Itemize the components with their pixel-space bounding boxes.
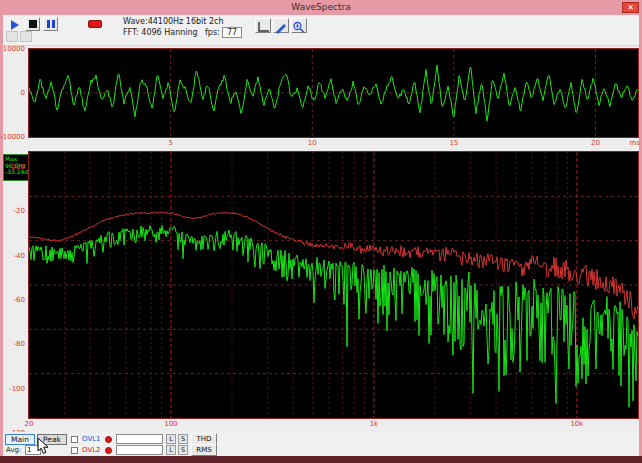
ovl2-checkbox[interactable] (71, 447, 78, 454)
wave-y-tick-label: 0 (21, 89, 25, 97)
ovl2-input[interactable] (116, 445, 163, 455)
window-title: WaveSpectra (0, 2, 642, 12)
ovl1-label: OVL1 (82, 434, 101, 444)
app-client-area: Wave:44100Hz 16bit 2ch FFT: 4096 Hanning… (3, 15, 639, 456)
fps-label: fps: (205, 28, 220, 37)
wave-x-tick-label: 5 (168, 139, 172, 147)
edit-settings-button[interactable] (273, 18, 289, 33)
ovl1-l-button[interactable]: L (166, 434, 176, 444)
ovl2-status-dot[interactable] (105, 447, 112, 454)
spectrum-y-tick-label: -80 (14, 340, 25, 348)
wave-y-tick-label: -10000 (0, 133, 25, 141)
spectrum-y-tick-label: -40 (14, 252, 25, 260)
title-bar: WaveSpectra ✕ (0, 0, 642, 15)
spectrum-y-axis: 0dB-20-40-60-80-100-120 (3, 152, 27, 422)
waveform-x-axis: ms 5101520 (29, 139, 638, 148)
spectrum-plot[interactable] (28, 151, 639, 419)
window-bottom-edge (0, 456, 642, 463)
spectrum-x-axis: 201001k10k (29, 420, 638, 429)
wave-info-label: Wave:44100Hz 16bit 2ch (123, 17, 224, 26)
wave-x-tick-label: 20 (591, 139, 600, 147)
play-button[interactable] (11, 20, 19, 30)
wave-y-tick-label: 10000 (3, 45, 25, 53)
rms-button[interactable]: RMS (191, 444, 217, 456)
record-button[interactable] (88, 20, 102, 28)
pen-icon (274, 21, 288, 34)
spectrum-x-tick-label: 10k (570, 420, 583, 428)
spectrum-y-tick-label: 0dB (11, 163, 25, 171)
spectrum-x-tick-label: 1k (370, 420, 379, 428)
waveform-canvas (29, 49, 638, 137)
main-button[interactable]: Main (5, 434, 35, 445)
magnifier-icon (292, 21, 306, 34)
wave-x-tick-label: 15 (449, 139, 458, 147)
spectrum-canvas (29, 152, 638, 418)
play-icon (11, 20, 19, 30)
pause-button[interactable] (43, 17, 58, 31)
spectrum-y-tick-label: -60 (14, 296, 25, 304)
close-icon: ✕ (627, 3, 634, 12)
axis-toggle-button[interactable] (255, 18, 271, 33)
wave-x-tick-label: 10 (308, 139, 317, 147)
waveform-plot[interactable] (28, 48, 639, 138)
spectrum-x-tick-label: 20 (25, 420, 34, 428)
spectrum-y-tick-label: -100 (9, 385, 25, 393)
pause-icon (44, 20, 57, 28)
ovl1-checkbox[interactable] (71, 436, 78, 443)
ovl2-s-button[interactable]: S (178, 445, 188, 455)
save-file-button[interactable] (20, 31, 32, 42)
ovl1-s-button[interactable]: S (178, 434, 188, 444)
waveform-unit-label: ms (630, 139, 640, 147)
close-button[interactable]: ✕ (622, 2, 639, 13)
spectrum-y-tick-label: -20 (14, 207, 25, 215)
stop-button[interactable] (25, 17, 40, 31)
axes-icon (256, 21, 270, 34)
open-file-button[interactable] (6, 31, 18, 42)
mouse-cursor-icon (37, 437, 50, 455)
stop-icon (29, 20, 37, 28)
ovl1-input[interactable] (116, 434, 163, 444)
waveform-y-axis: 100000-10000 (3, 49, 27, 141)
ovl2-label: OVL2 (82, 445, 101, 455)
ovl2-l-button[interactable]: L (166, 445, 176, 455)
fft-info-label: FFT: 4096 Hanning (123, 28, 198, 37)
ovl1-status-dot[interactable] (105, 436, 112, 443)
app-window: WaveSpectra ✕ Wave:44100Hz 16bit 2ch FFT… (0, 0, 642, 463)
zoom-button[interactable] (291, 18, 307, 33)
control-bar: Main Peak OVL1 L S THD Avg: OVL2 L S RMS (3, 432, 639, 456)
toolbar: Wave:44100Hz 16bit 2ch FFT: 4096 Hanning… (3, 15, 639, 46)
avg-label: Avg: (6, 445, 21, 455)
spectrum-x-tick-label: 100 (164, 420, 177, 428)
fps-value: 77 (222, 27, 242, 38)
